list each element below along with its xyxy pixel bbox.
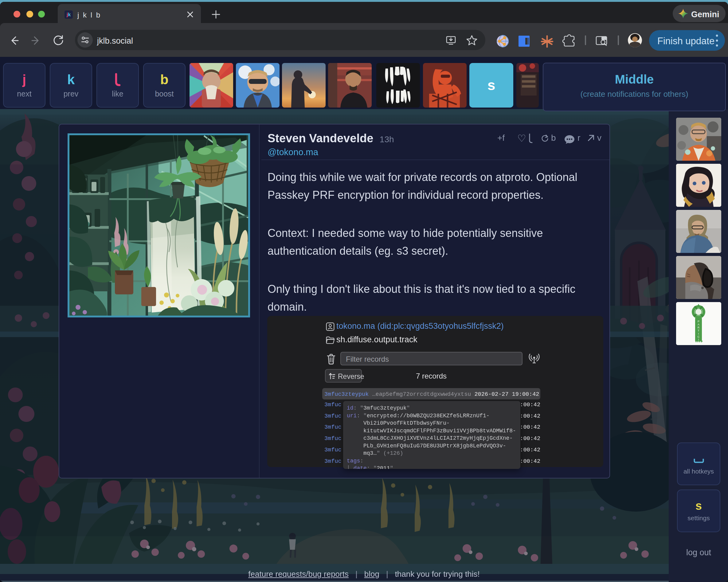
svg-text:I: I	[698, 332, 699, 335]
svg-text:A: A	[698, 323, 699, 326]
svg-text:I: I	[698, 338, 699, 341]
svg-text:R: R	[698, 326, 700, 329]
svg-text:T: T	[698, 329, 699, 332]
svg-text:P: P	[698, 320, 699, 323]
